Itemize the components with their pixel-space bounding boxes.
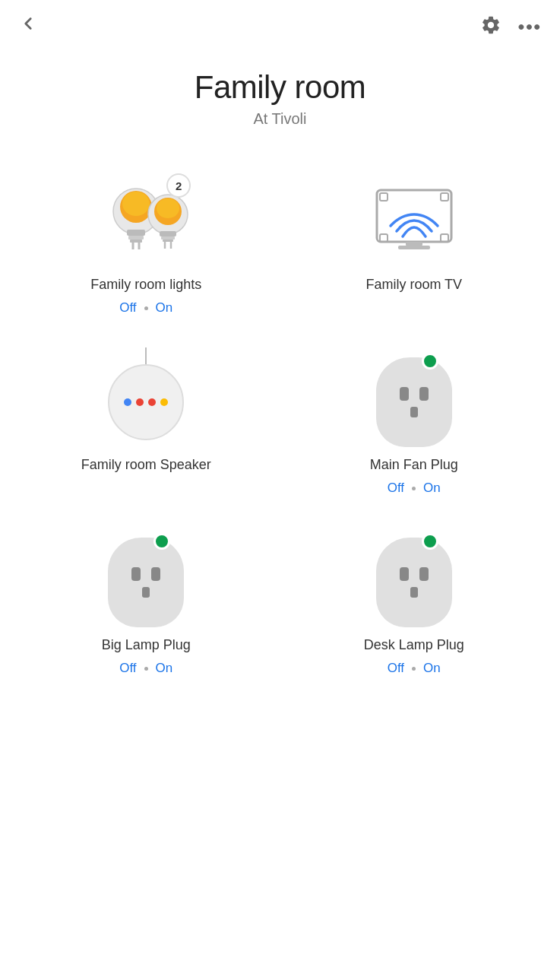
device-card-main-fan-plug[interactable]: Main Fan Plug Off On [280,338,549,511]
plug-eyes-big-lamp [131,567,160,581]
speaker-dots [124,398,168,406]
status-on-big-lamp[interactable]: On [156,661,173,676]
plug-face-desk-lamp [400,567,429,598]
device-grid: 2 [0,140,560,714]
status-dot-fan [412,487,416,490]
svg-rect-21 [406,242,422,246]
plug-icon-desk-lamp [376,538,452,627]
plug-nose-big-lamp [142,587,150,598]
device-name-big-lamp: Big Lamp Plug [102,637,191,653]
status-on-fan[interactable]: On [423,481,441,496]
plug-nose-fan [410,407,418,417]
speaker-cord [145,347,147,364]
speaker-dot-red [136,398,144,406]
status-off-big-lamp[interactable]: Off [119,661,136,676]
svg-point-10 [157,198,179,218]
plug-face-big-lamp [131,567,160,598]
svg-rect-22 [398,246,430,249]
svg-rect-4 [128,236,144,240]
plug-eyes-fan [400,387,429,401]
device-status-desk-lamp: Off On [388,661,441,676]
device-card-family-room-lights[interactable]: 2 [12,158,280,331]
device-card-big-lamp-plug[interactable]: Big Lamp Plug Off On [12,519,280,691]
page-header: Family room At Tivoli [0,46,560,140]
svg-rect-3 [127,230,145,236]
lights-badge: 2 [166,173,191,198]
speaker-icon [108,364,184,440]
lights-icon-wrap: 2 [100,176,191,268]
plug-eye-left-fan [400,387,409,401]
svg-rect-18 [441,193,448,201]
plug-indicator-fan [422,353,438,370]
plug-eye-left-desk-lamp [400,567,409,581]
lights-icon: 2 [96,176,195,268]
svg-rect-5 [130,240,142,243]
device-card-family-room-tv[interactable]: Family room TV [280,158,549,331]
plug-face-fan [400,387,429,417]
tv-icon [372,184,456,260]
svg-rect-13 [163,240,173,242]
speaker-dot-yellow [160,398,168,406]
status-dot-desk-lamp [412,667,416,671]
plug-icon-wrap-desk-lamp [369,537,460,628]
plug-eye-right-fan [419,387,429,401]
device-card-desk-lamp-plug[interactable]: Desk Lamp Plug Off On [280,519,549,691]
status-off-fan[interactable]: Off [388,481,404,496]
plug-eye-left-big-lamp [131,567,141,581]
plug-eye-right-desk-lamp [419,567,429,581]
status-on-desk-lamp[interactable]: On [423,661,441,676]
svg-rect-11 [160,231,176,236]
back-button[interactable] [18,14,38,39]
speaker-circle [108,364,184,440]
plug-icon-wrap-fan [369,357,460,448]
status-dot-lights [144,306,148,310]
speaker-dot-red2 [148,398,156,406]
speaker-dot-blue [124,398,131,406]
top-bar: ••• [0,0,560,46]
speaker-icon-wrap [100,357,191,448]
plug-icon-big-lamp [108,538,184,627]
top-bar-actions: ••• [480,14,542,39]
device-name-lights: Family room lights [90,277,201,293]
status-dot-big-lamp [144,667,148,671]
status-on-lights[interactable]: On [156,300,173,316]
location-label: At Tivoli [0,110,560,128]
device-name-fan-plug: Main Fan Plug [370,457,458,473]
settings-icon[interactable] [480,14,501,39]
svg-point-2 [122,192,150,216]
device-name-speaker: Family room Speaker [81,457,211,473]
plug-eyes-desk-lamp [400,567,429,581]
plug-indicator-big-lamp [153,533,170,550]
device-status-fan-plug: Off On [388,481,441,496]
room-title: Family room [0,69,560,106]
device-name-desk-lamp: Desk Lamp Plug [364,637,464,653]
tv-icon-wrap [369,176,460,268]
more-options-icon[interactable]: ••• [518,16,542,37]
status-off-lights[interactable]: Off [119,300,136,316]
device-status-big-lamp: Off On [119,661,172,676]
svg-rect-17 [380,193,388,201]
device-status-lights: Off On [119,300,172,316]
plug-indicator-desk-lamp [422,533,438,550]
svg-rect-12 [161,236,175,240]
plug-icon-wrap-big-lamp [100,537,191,628]
device-card-family-room-speaker[interactable]: Family room Speaker [12,338,280,511]
status-off-desk-lamp[interactable]: Off [388,661,404,676]
plug-nose-desk-lamp [410,587,418,598]
plug-eye-right-big-lamp [151,567,160,581]
device-name-tv: Family room TV [365,277,462,293]
plug-icon-fan [376,357,452,447]
